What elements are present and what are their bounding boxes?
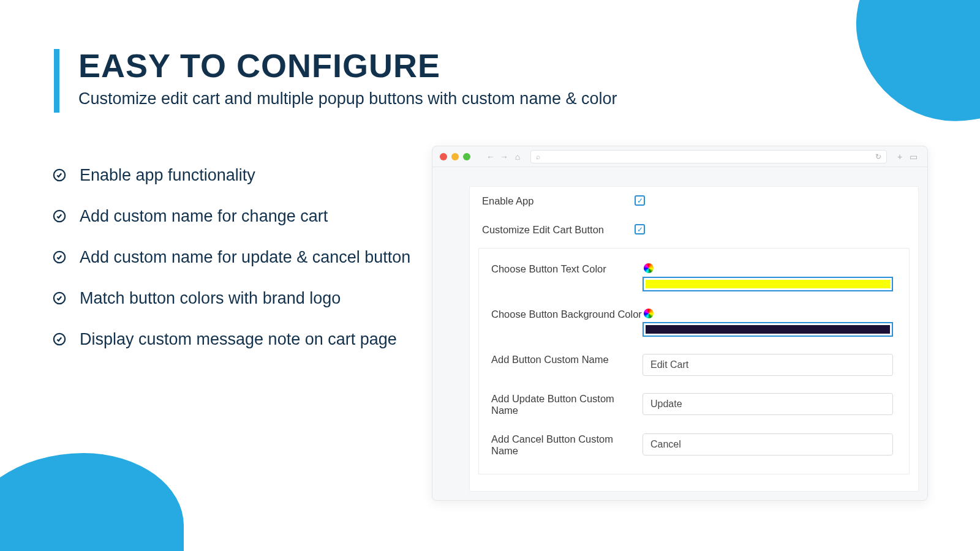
back-button[interactable]: ← [484,150,497,163]
forward-button[interactable]: → [497,150,511,163]
check-circle-icon [53,332,66,346]
search-icon: ⌕ [536,152,540,161]
header: EASY TO CONFIGURE Customize edit cart an… [54,47,617,108]
feature-item: Display custom message note on cart page [53,329,420,350]
row-button-name: Add Button Custom Name [479,345,909,384]
feature-item: Add custom name for update & cancel butt… [53,247,420,268]
config-panel: Enable App ✓ Customize Edit Cart Button … [469,186,919,492]
row-cancel-name: Add Cancel Button Custom Name [479,425,909,465]
customize-edit-cart-label: Customize Edit Cart Button [477,224,633,236]
feature-text: Display custom message note on cart page [80,329,397,350]
nested-config: Choose Button Text Color Choose Button B… [478,248,910,474]
page-title: EASY TO CONFIGURE [78,47,617,84]
traffic-lights [440,153,470,160]
feature-list: Enable app functionality Add custom name… [53,165,420,370]
tabs-button[interactable]: ▭ [907,150,920,163]
update-button-name-input[interactable] [643,393,893,415]
update-button-name-label: Add Update Button Custom Name [486,393,643,416]
enable-app-checkbox[interactable]: ✓ [635,195,645,206]
minimize-window-icon[interactable] [451,153,459,160]
row-enable-app: Enable App ✓ [470,187,918,216]
feature-text: Match button colors with brand logo [80,288,341,309]
page-subtitle: Customize edit cart and multiple popup b… [78,89,617,108]
new-tab-button[interactable]: + [893,150,907,163]
row-update-name: Add Update Button Custom Name [479,384,909,425]
cancel-button-name-label: Add Cancel Button Custom Name [486,433,643,457]
check-circle-icon [53,168,66,182]
feature-text: Add custom name for update & cancel butt… [80,247,410,268]
row-text-color: Choose Button Text Color [479,255,909,300]
feature-item: Enable app functionality [53,165,420,186]
row-bg-color: Choose Button Background Color [479,300,909,345]
enable-app-label: Enable App [477,195,633,207]
button-custom-name-label: Add Button Custom Name [486,354,643,365]
customize-edit-cart-checkbox[interactable]: ✓ [635,224,645,234]
decorative-blob-bottom-left [0,453,184,551]
home-button[interactable]: ⌂ [511,150,524,163]
decorative-blob-top-right [843,0,980,137]
text-color-label: Choose Button Text Color [486,263,643,275]
browser-toolbar: ← → ⌂ ⌕ ↻ + ▭ [432,146,927,167]
feature-item: Add custom name for change cart [53,206,420,227]
check-circle-icon [53,250,66,264]
close-window-icon[interactable] [440,153,447,160]
feature-text: Enable app functionality [80,165,255,186]
row-customize-button: Customize Edit Cart Button ✓ [470,216,918,244]
bg-color-swatch[interactable] [643,322,893,337]
browser-window: ← → ⌂ ⌕ ↻ + ▭ Enable App ✓ Customize Edi… [432,146,928,501]
button-custom-name-input[interactable] [643,354,893,376]
address-bar[interactable]: ⌕ ↻ [530,150,887,163]
text-color-swatch[interactable] [643,277,893,291]
check-circle-icon [53,291,66,305]
maximize-window-icon[interactable] [463,153,470,160]
feature-text: Add custom name for change cart [80,206,328,227]
reload-icon[interactable]: ↻ [875,152,881,161]
check-circle-icon [53,209,66,223]
bg-color-label: Choose Button Background Color [486,309,643,320]
cancel-button-name-input[interactable] [643,433,893,455]
feature-item: Match button colors with brand logo [53,288,420,309]
color-wheel-icon[interactable] [644,309,654,318]
color-wheel-icon[interactable] [644,263,654,273]
accent-bar [54,49,59,113]
